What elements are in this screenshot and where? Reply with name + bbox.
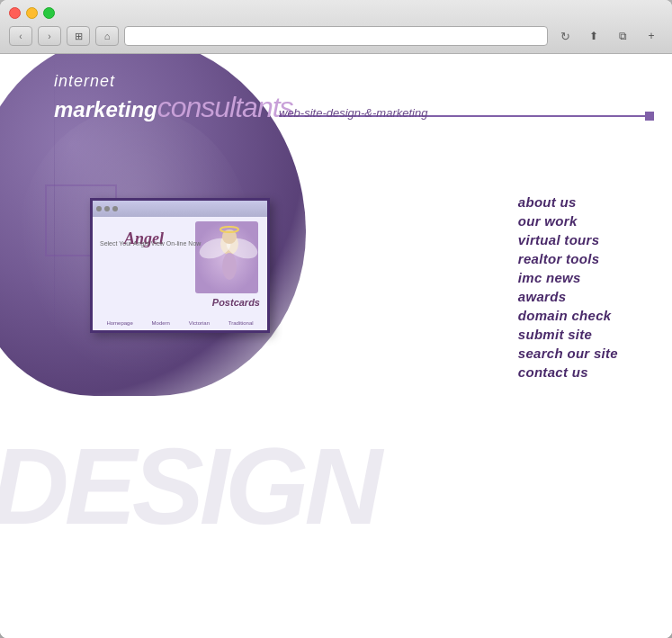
tagline-text: web-site-design-&-marketing: [279, 106, 427, 120]
nav-item-about-us[interactable]: about us: [518, 193, 618, 211]
close-button[interactable]: [9, 7, 21, 19]
back-button[interactable]: ‹: [9, 26, 32, 46]
select-text: Select Your Angel View On-line Now: [100, 239, 201, 248]
ss-nav-modern: Modern: [152, 320, 170, 326]
logo-consultants: consultants: [157, 91, 293, 123]
logo-marketing: marketingconsultants: [54, 91, 293, 124]
new-tab-button[interactable]: +: [640, 26, 663, 46]
window-button[interactable]: ⊞: [67, 26, 90, 46]
postcards-label: Postcards: [212, 297, 260, 308]
screenshot-nav: Homepage Modern Victorian Traditional: [93, 320, 267, 326]
browser-content: internet marketingconsultants web-site-d…: [0, 54, 672, 638]
home-button[interactable]: ⌂: [95, 26, 119, 46]
forward-button[interactable]: ›: [38, 26, 61, 46]
ss-nav-homepage: Homepage: [106, 320, 132, 326]
svg-point-5: [222, 253, 237, 280]
refresh-button[interactable]: ↻: [553, 26, 577, 46]
nav-item-domain-check[interactable]: domain check: [518, 307, 618, 324]
browser-window: ‹ › ⊞ ⌂ ↻ ⬆ ⧉ + internet: [0, 0, 672, 638]
screenshot-window: Angel: [90, 198, 270, 333]
address-bar[interactable]: [124, 26, 548, 46]
screenshot-content: Angel: [93, 217, 267, 330]
tagline-connector: web-site-design-&-marketing: [279, 115, 654, 117]
ss-nav-victorian: Victorian: [189, 320, 210, 326]
browser-chrome: ‹ › ⊞ ⌂ ↻ ⬆ ⧉ +: [0, 0, 672, 54]
ss-dot-2: [104, 206, 110, 211]
tabs-button[interactable]: ⧉: [611, 26, 634, 46]
nav-item-our-work[interactable]: our work: [518, 212, 618, 229]
nav-item-virtual-tours[interactable]: virtual tours: [518, 231, 618, 248]
share-button[interactable]: ⬆: [582, 26, 605, 46]
nav-menu: about us our work virtual tours realtor …: [518, 193, 618, 381]
logo: internet marketingconsultants: [54, 72, 293, 124]
screenshot-chrome: [93, 201, 267, 217]
connector-end-dot: [645, 112, 654, 121]
nav-item-search-our-site[interactable]: search our site: [518, 345, 618, 362]
minimize-button[interactable]: [26, 7, 38, 19]
nav-item-submit-site[interactable]: submit site: [518, 326, 618, 343]
page: internet marketingconsultants web-site-d…: [0, 54, 672, 638]
ss-dot-1: [96, 206, 102, 211]
traffic-lights: [9, 7, 663, 19]
nav-item-realtor-tools[interactable]: realtor tools: [518, 250, 618, 267]
ss-nav-traditional: Traditional: [228, 320, 254, 326]
design-bg-text: DESIGN: [0, 424, 378, 548]
nav-item-contact-us[interactable]: contact us: [518, 364, 618, 381]
ss-dot-3: [112, 206, 118, 211]
logo-internet: internet: [54, 72, 293, 91]
nav-item-awards[interactable]: awards: [518, 288, 618, 305]
nav-item-imc-news[interactable]: imc news: [518, 269, 618, 286]
angel-image: [195, 221, 258, 293]
browser-toolbar: ‹ › ⊞ ⌂ ↻ ⬆ ⧉ +: [9, 26, 663, 46]
maximize-button[interactable]: [43, 7, 55, 19]
